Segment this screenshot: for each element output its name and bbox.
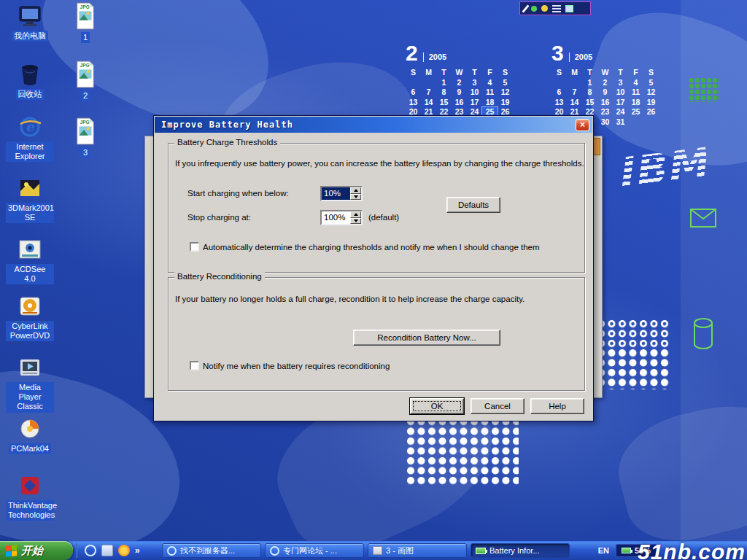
spin-down-icon[interactable] [350, 218, 361, 225]
taskbar-separator [76, 543, 77, 558]
taskbar-task[interactable]: 3 - 画图 [368, 543, 467, 558]
spin-down-icon[interactable] [350, 194, 361, 201]
show-desktop-icon[interactable] [101, 545, 113, 556]
stop-charging-value[interactable]: 100% [322, 211, 350, 224]
desktop-icon-3dmark2001[interactable]: 3DMark2001 SE [6, 175, 54, 223]
desktop-icon-label: 2 [81, 90, 90, 101]
panel-icon[interactable] [565, 5, 573, 12]
cancel-button[interactable]: Cancel [471, 398, 525, 414]
calendar-day-header: S [406, 68, 421, 78]
calendar-year: 2005 [569, 52, 592, 62]
calendar-day-header: T [467, 68, 482, 78]
recondition-battery-button[interactable]: Recondition Battery Now... [353, 330, 500, 346]
calendar-day: 5 [498, 78, 513, 88]
spin-up-icon[interactable] [350, 187, 361, 194]
start-button[interactable]: 开始 [0, 541, 73, 560]
quick-launch-overflow-chevron[interactable]: » [135, 545, 140, 556]
calendar-day-header: F [628, 68, 643, 78]
desktop-icon-label: 我的电脑 [12, 31, 48, 42]
defaults-button[interactable]: Defaults [446, 197, 500, 213]
calendar-day: 14 [567, 98, 582, 108]
keyboard-grid-icon [689, 77, 719, 102]
desktop-icon-powerdvd[interactable]: CyberLink PowerDVD [6, 293, 54, 341]
dialog-titlebar[interactable]: Improve Battery Health × [155, 117, 592, 133]
default-note: (default) [368, 213, 399, 222]
desktop-file-icon[interactable]: JPG1 [67, 1, 104, 43]
desktop-icon-label: ACDSee 4.0 [6, 264, 54, 284]
calendar-month: 3 [551, 42, 564, 64]
calendar-day: 8 [436, 88, 452, 98]
paint-icon [373, 546, 382, 555]
calendar-day: 18 [628, 98, 643, 108]
close-icon[interactable]: × [576, 119, 589, 131]
desktop-icon-mpc[interactable]: Media Player Classic [6, 354, 54, 413]
start-label: 开始 [21, 544, 43, 558]
calendar-day: 18 [482, 98, 498, 108]
desktop-icon-thinkvantage[interactable]: ThinkVantage Technologies [6, 472, 54, 521]
start-charging-spinner[interactable]: 10% [320, 186, 363, 201]
calendar-header: 22005 [406, 41, 516, 64]
desktop-file-icon[interactable]: JPG2 [67, 60, 104, 101]
notify-recondition-checkbox[interactable] [190, 361, 199, 370]
help-button[interactable]: Help [530, 398, 584, 414]
desktop-icon-label: ThinkVantage Technologies [6, 500, 54, 521]
color-dot-icon[interactable] [531, 6, 537, 12]
taskbar-task[interactable]: 找不到服务器... [162, 543, 261, 558]
improve-battery-health-dialog: Improve Battery Health × Battery Charge … [153, 115, 594, 421]
desktop-icon-pcmark04[interactable]: PCMark04 [6, 416, 54, 454]
desktop-icon-my-computer[interactable]: 我的电脑 [6, 3, 54, 42]
calendar-day: 7 [421, 88, 436, 98]
calendar-day: 4 [628, 78, 643, 88]
calendar-day: 23 [597, 107, 613, 117]
calendar-day: 24 [613, 107, 628, 117]
start-charging-value[interactable]: 10% [322, 187, 350, 200]
windows-logo-icon [6, 545, 17, 557]
taskbar-task[interactable]: 专门网论坛 - ... [265, 543, 364, 558]
calendar-day: 2 [452, 78, 467, 88]
calendar-year: 2005 [423, 52, 446, 62]
calendar-day: 1 [582, 78, 597, 88]
calendar-day-header: S [498, 68, 513, 78]
desktop-icon-internet-explorer[interactable]: eInternet Explorer [6, 114, 54, 162]
media-player-quick-icon[interactable] [118, 545, 130, 556]
pen-icon[interactable] [522, 4, 529, 12]
calendar-day: 11 [482, 88, 498, 98]
calendar-day: 12 [498, 88, 513, 98]
task-label: 3 - 画图 [386, 545, 466, 556]
auto-determine-checkbox[interactable] [190, 242, 199, 252]
desktop-file-icon[interactable]: JPG3 [67, 117, 104, 158]
calendar-header: 32005 [551, 41, 662, 64]
svg-text:JPG: JPG [80, 63, 89, 68]
quick-launch: » [82, 541, 143, 560]
dot-grid-decoration [406, 417, 519, 486]
calendar-day-header: S [643, 68, 659, 78]
reconditioning-description: If your battery no longer holds a full c… [175, 295, 525, 303]
calendar-day: 13 [406, 98, 421, 108]
calendar-day: 17 [467, 98, 482, 108]
floating-toolbar [519, 1, 591, 15]
battery-icon [476, 548, 486, 554]
calendar-day: 7 [567, 88, 582, 98]
calendar-day: 11 [628, 88, 643, 98]
ok-button[interactable]: OK [410, 398, 464, 414]
calendar-day: 6 [406, 88, 421, 98]
desktop-icon-acdsee[interactable]: ACDSee 4.0 [6, 236, 54, 284]
calendar-day [567, 78, 582, 88]
my-computer-icon [17, 3, 43, 29]
language-indicator[interactable]: EN [598, 546, 609, 555]
taskbar-task[interactable]: Battery Infor... [471, 543, 570, 558]
desktop-icon-label: CyberLink PowerDVD [6, 321, 54, 341]
highlight-icon[interactable] [541, 5, 548, 12]
spin-up-icon[interactable] [350, 211, 361, 218]
calendar-day: 19 [498, 98, 513, 108]
task-buttons: 找不到服务器...专门网论坛 - ...3 - 画图Battery Infor.… [162, 543, 570, 558]
internet-explorer-quick-icon[interactable] [85, 545, 96, 556]
calendar-day: 3 [613, 78, 628, 88]
dot-grid-decoration [597, 349, 671, 389]
stop-charging-spinner[interactable]: 100% [320, 210, 363, 225]
calendar-day-header: T [582, 68, 597, 78]
desktop-icon-recycle-bin[interactable]: 回收站 [6, 61, 54, 100]
menu-lines-icon[interactable] [552, 5, 561, 12]
calendar-day: 31 [613, 117, 628, 128]
auto-determine-label: Automatically determine the charging thr… [203, 243, 540, 252]
